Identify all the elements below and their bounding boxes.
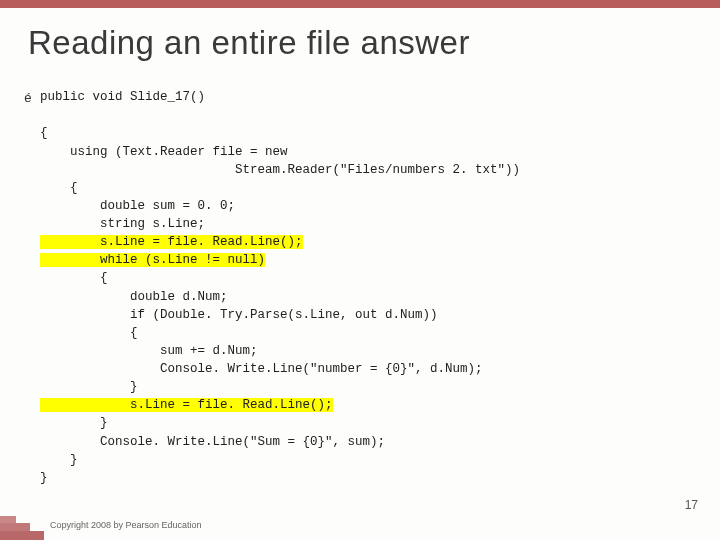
code-line: } bbox=[40, 471, 48, 485]
bullet-icon: é bbox=[24, 90, 32, 109]
code-line: Console. Write.Line("Sum = {0}", sum); bbox=[40, 435, 385, 449]
code-line: string s.Line; bbox=[40, 217, 205, 231]
code-line: { bbox=[40, 181, 78, 195]
code-line: public void Slide_17() bbox=[40, 90, 205, 104]
code-line: Stream.Reader("Files/numbers 2. txt")) bbox=[40, 163, 520, 177]
code-line: { bbox=[40, 126, 48, 140]
code-line: } bbox=[40, 453, 78, 467]
code-line: } bbox=[40, 416, 108, 430]
corner-decoration bbox=[0, 508, 48, 540]
deco-step bbox=[0, 523, 30, 531]
page-number: 17 bbox=[685, 498, 698, 512]
deco-step bbox=[0, 516, 16, 523]
code-line: double sum = 0. 0; bbox=[40, 199, 235, 213]
code-line-highlight: s.Line = file. Read.Line(); bbox=[40, 235, 303, 249]
top-accent-bar bbox=[0, 0, 720, 8]
code-line-highlight: while (s.Line != null) bbox=[40, 253, 265, 267]
deco-step bbox=[0, 531, 44, 540]
code-line: if (Double. Try.Parse(s.Line, out d.Num)… bbox=[40, 308, 438, 322]
code-line: Console. Write.Line("number = {0}", d.Nu… bbox=[40, 362, 483, 376]
code-line: double d.Num; bbox=[40, 290, 228, 304]
code-block: épublic void Slide_17() { using (Text.Re… bbox=[0, 70, 720, 487]
code-line: { bbox=[40, 271, 108, 285]
code-line: sum += d.Num; bbox=[40, 344, 258, 358]
code-line-highlight: s.Line = file. Read.Line(); bbox=[40, 398, 333, 412]
slide-title: Reading an entire file answer bbox=[0, 8, 720, 70]
code-first-line: épublic void Slide_17() bbox=[40, 88, 690, 106]
copyright-footer: Copyright 2008 by Pearson Education bbox=[50, 520, 202, 530]
code-line: using (Text.Reader file = new bbox=[40, 145, 288, 159]
code-line: { bbox=[40, 326, 138, 340]
code-line: } bbox=[40, 380, 138, 394]
